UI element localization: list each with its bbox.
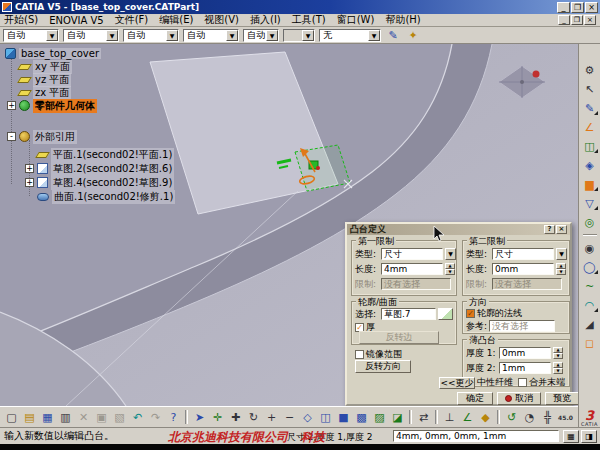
menu-window[interactable]: 窗口(W)	[337, 13, 375, 27]
whats-this-icon[interactable]: ?	[165, 409, 182, 425]
expand-statusbar-icon[interactable]: ◨	[581, 430, 597, 443]
tree-item-root[interactable]: base_top_cover	[5, 47, 101, 60]
tree-item-yz-plane[interactable]: yz 平面	[19, 73, 71, 86]
tree-item-xy-plane[interactable]: xy 平面	[19, 60, 72, 73]
quantity-stepper[interactable]: ▲ ▼	[445, 263, 455, 275]
profile-selection-field[interactable]: 草图.7	[381, 308, 453, 320]
collapse-icon[interactable]: -	[7, 132, 16, 141]
less-button[interactable]: <<更少	[439, 377, 475, 389]
menu-tools[interactable]: 工具(T)	[292, 13, 326, 27]
line-weight-dropdown[interactable]: 自动 ▼	[183, 29, 239, 42]
mirrored-extent-checkbox[interactable]: 镜像范围	[355, 348, 402, 360]
measure-item-icon[interactable]: ∠	[459, 409, 476, 425]
power-input-icon[interactable]: ▦	[563, 430, 579, 443]
checkbox-icon[interactable]	[355, 350, 364, 359]
doc-restore-icon[interactable]: ❐	[571, 15, 583, 25]
tree-item-sketch2[interactable]: + 草图.2(second02!草图.6)	[25, 162, 174, 175]
tree-item-plane1[interactable]: 平面.1(second02!平面.1)	[37, 148, 174, 161]
groove-icon[interactable]: ◉	[581, 240, 598, 256]
close-icon[interactable]: ×	[556, 225, 567, 234]
cancel-button[interactable]: 取消	[497, 392, 541, 405]
minimize-icon[interactable]: _	[557, 2, 570, 13]
spin-down-icon[interactable]: ▼	[553, 368, 563, 374]
tree-item-external-references[interactable]: - 外部引用	[7, 130, 77, 143]
undo-icon[interactable]: ↶	[129, 409, 146, 425]
restore-icon[interactable]: ❐	[571, 2, 584, 13]
print-icon[interactable]: ▥	[57, 409, 74, 425]
compass-handle[interactable]	[533, 71, 540, 78]
checkbox-icon[interactable]	[518, 378, 527, 387]
fillet-icon[interactable]: ◠	[581, 297, 598, 313]
zoom-out-icon[interactable]: −	[281, 409, 298, 425]
line-color-dropdown[interactable]: 自动 ▼	[123, 29, 179, 42]
fill-color-dropdown[interactable]: 自动 ▼	[3, 29, 59, 42]
wizard-icon[interactable]: ✦	[405, 28, 421, 42]
menu-enovia[interactable]: ENOVIA V5	[49, 15, 104, 26]
shading-icon[interactable]: ■	[335, 409, 352, 425]
rib-icon[interactable]: ~	[581, 278, 598, 294]
view-icon[interactable]: ◈	[581, 157, 598, 173]
reference-field[interactable]: 没有选择	[489, 320, 555, 332]
sectioning-icon[interactable]: ◔	[521, 409, 538, 425]
spin-down-icon[interactable]: ▼	[556, 269, 566, 275]
menu-view[interactable]: 视图(V)	[204, 13, 239, 27]
tree-item-surface1[interactable]: 曲面.1(second02!修剪.1)	[37, 190, 175, 203]
hole-icon[interactable]: ◯	[581, 259, 598, 275]
chevron-down-icon[interactable]: ▼	[368, 30, 380, 41]
pad-icon[interactable]: ▆	[581, 176, 598, 192]
chevron-down-icon[interactable]: ▼	[266, 30, 278, 41]
menu-help[interactable]: 帮助(H)	[385, 13, 420, 27]
thickness2-field[interactable]: 1mm ▲ ▼	[499, 362, 563, 374]
select-icon[interactable]: ↖	[581, 81, 598, 97]
power-input-field[interactable]: 4mm, 0mm, 0mm, 1mm	[393, 430, 559, 442]
doc-minimize-icon[interactable]: _	[558, 15, 570, 25]
normal-view-icon[interactable]: ◇	[299, 409, 316, 425]
chevron-down-icon[interactable]: ▼	[106, 30, 118, 41]
tree-item-zx-plane[interactable]: zx 平面	[19, 86, 71, 99]
expand-icon[interactable]: +	[7, 101, 16, 110]
quantity-stepper[interactable]: ▲ ▼	[556, 263, 566, 275]
tree-item-sketch4[interactable]: + 草图.4(second02!草图.9)	[25, 176, 174, 189]
shell-icon[interactable]: ◻	[581, 335, 598, 351]
opacity-dropdown[interactable]: 自动 ▼	[63, 29, 119, 42]
dialog-title-bar[interactable]: 凸台定义 ? ×	[347, 224, 570, 235]
new-icon[interactable]: ▢	[3, 409, 20, 425]
view-angle-icon[interactable]: 45.0	[557, 409, 574, 425]
multi-view-icon[interactable]: ◫	[317, 409, 334, 425]
measure-between-icon[interactable]: ⊥	[441, 409, 458, 425]
second-limit-length-field[interactable]: 0mm ▲ ▼	[492, 263, 566, 275]
update-icon[interactable]: ⚙	[581, 62, 598, 78]
quantity-stepper[interactable]: ▲ ▼	[553, 362, 563, 374]
reverse-direction-button[interactable]: 反转方向	[355, 360, 411, 373]
pocket-icon[interactable]: ▽	[581, 195, 598, 211]
update-all-icon[interactable]: ↺	[503, 409, 520, 425]
fly-mode-icon[interactable]: ➤	[191, 409, 208, 425]
tree-item-part-body[interactable]: + 零部件几何体	[7, 99, 97, 112]
chevron-down-icon[interactable]: ▼	[46, 30, 58, 41]
hidden-line-icon[interactable]: ▨	[371, 409, 388, 425]
quantity-stepper[interactable]: ▲ ▼	[553, 347, 563, 359]
preview-button[interactable]: 预览	[545, 392, 578, 405]
spin-down-icon[interactable]: ▼	[553, 353, 563, 359]
geometrical-set-icon[interactable]: ◫	[581, 138, 598, 154]
lock-icon[interactable]: ◆	[477, 409, 494, 425]
close-icon[interactable]: ×	[585, 2, 598, 13]
zoom-in-icon[interactable]: +	[263, 409, 280, 425]
thickness1-field[interactable]: 0mm ▲ ▼	[499, 347, 563, 359]
swap-space-icon[interactable]: ⇄	[415, 409, 432, 425]
second-limit-type-dropdown[interactable]: 尺寸 ▼	[492, 248, 567, 260]
painter-icon[interactable]: ✎	[385, 28, 401, 42]
rotate-icon[interactable]: ↻	[245, 409, 262, 425]
shaft-icon[interactable]: ◎	[581, 214, 598, 230]
chevron-down-icon[interactable]: ▼	[166, 30, 178, 41]
menu-file[interactable]: 文件(F)	[115, 13, 149, 27]
checkbox-checked-icon[interactable]: ✓	[466, 309, 475, 318]
pan-icon[interactable]: ✚	[227, 409, 244, 425]
expand-icon[interactable]: +	[25, 164, 34, 173]
line-type-dropdown[interactable]: 自动 ▼	[243, 29, 279, 42]
chamfer-icon[interactable]: ◢	[581, 316, 598, 332]
spin-down-icon[interactable]: ▼	[445, 269, 455, 275]
layer-dropdown[interactable]: 无 ▼	[319, 29, 381, 42]
menu-edit[interactable]: 编辑(E)	[159, 13, 193, 27]
sketcher-icon[interactable]: ✎	[581, 100, 598, 116]
